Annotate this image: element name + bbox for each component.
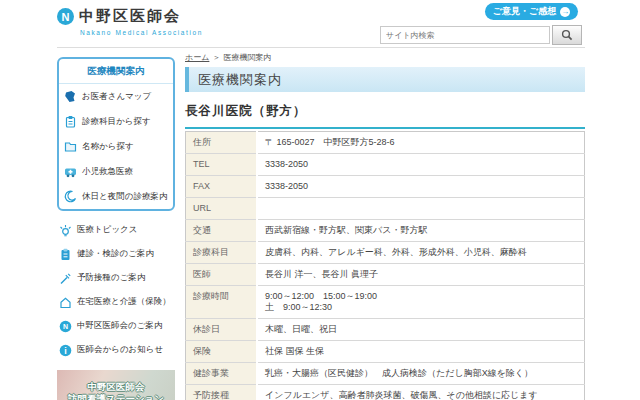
row-label: 健診事業 bbox=[186, 363, 258, 385]
table-row: 医師長谷川 洋一、長谷川 眞理子 bbox=[186, 264, 585, 286]
banner-line: 訪問看護ステーション bbox=[68, 393, 164, 400]
sidebar-menu-item-label: 名称から探す bbox=[82, 141, 134, 153]
row-value: 9:00～12:00 15:00～19:00 土 9:00～12:30 bbox=[257, 286, 585, 319]
sidebar-menu-item-label: お医者さんマップ bbox=[82, 91, 151, 103]
sidebar-link-label: 予防接種のご案内 bbox=[77, 272, 145, 284]
svg-text:i: i bbox=[64, 345, 67, 355]
clinic-info-table: 住所〒 165-0027 中野区野方5-28-6TEL3338-2050FAX3… bbox=[185, 131, 585, 400]
row-value: 3338-2050 bbox=[257, 176, 585, 198]
sidebar-menu-item-label: 休日と夜間の診療案内 bbox=[82, 191, 167, 203]
table-row: 休診日木曜、日曜、祝日 bbox=[186, 319, 585, 341]
row-label: 医師 bbox=[186, 264, 258, 286]
row-label: 交通 bbox=[186, 220, 258, 242]
row-label: 保険 bbox=[186, 341, 258, 363]
sidebar-link-1[interactable]: 健診・検診のご案内 bbox=[57, 242, 175, 266]
row-label: URL bbox=[186, 198, 258, 220]
site-subtitle: Nakano Medical Association bbox=[57, 29, 203, 36]
info-icon: i bbox=[59, 344, 72, 357]
table-row: URL bbox=[186, 198, 585, 220]
row-value: 3338-2050 bbox=[257, 154, 585, 176]
breadcrumb-home-link[interactable]: ホーム bbox=[185, 53, 209, 62]
search-button[interactable] bbox=[552, 25, 582, 45]
row-label: FAX bbox=[186, 176, 258, 198]
table-row: TEL3338-2050 bbox=[186, 154, 585, 176]
table-row: 住所〒 165-0027 中野区野方5-28-6 bbox=[186, 132, 585, 154]
sidebar-link-0[interactable]: 医療トピックス bbox=[57, 218, 175, 242]
moon-icon bbox=[64, 190, 77, 203]
page-title: 医療機関案内 bbox=[185, 67, 585, 92]
checkup-icon bbox=[59, 248, 72, 261]
table-row: 予防接種インフルエンザ、高齢者肺炎球菌、破傷風、その他相談に応じます bbox=[186, 385, 585, 400]
page: N 中野区医師会 Nakano Medical Association ご意見・… bbox=[0, 0, 640, 400]
row-value: 〒 165-0027 中野区野方5-28-6 bbox=[257, 132, 585, 154]
sidebar-menu-list: お医者さんマップ診療科目から探す名称から探す小児救急医療休日と夜間の診療案内 bbox=[59, 84, 173, 209]
sidebar-link-3[interactable]: 在宅医療と介護（保険） bbox=[57, 290, 175, 314]
breadcrumb-separator: ＞ bbox=[212, 53, 220, 62]
search-icon bbox=[561, 29, 574, 42]
syringe-icon bbox=[59, 272, 72, 285]
row-value: 乳癌・大腸癌（区民健診） 成人病検診（ただし胸部X線を除く） bbox=[257, 363, 585, 385]
sidebar-menu-item-0[interactable]: お医者さんマップ bbox=[59, 84, 173, 109]
search-input[interactable] bbox=[380, 26, 550, 44]
sidebar-menu-item-1[interactable]: 診療科目から探す bbox=[59, 109, 173, 134]
site-search bbox=[380, 25, 582, 45]
sidebar-link-5[interactable]: i医師会からのお知らせ bbox=[57, 338, 175, 362]
map-icon bbox=[64, 90, 77, 103]
row-value: インフルエンザ、高齢者肺炎球菌、破傷風、その他相談に応じます bbox=[257, 385, 585, 400]
sidebar-link-label: 医師会からのお知らせ bbox=[77, 344, 163, 356]
row-label: TEL bbox=[186, 154, 258, 176]
clinic-info-table-body: 住所〒 165-0027 中野区野方5-28-6TEL3338-2050FAX3… bbox=[186, 132, 585, 400]
sidebar-menu-item-4[interactable]: 休日と夜間の診療案内 bbox=[59, 184, 173, 209]
banner-line: 中野区医師会 bbox=[88, 381, 145, 393]
arrow-right-icon: → bbox=[560, 7, 570, 17]
sidebar-link-4[interactable]: N中野区医師会のご案内 bbox=[57, 314, 175, 338]
row-value: 社保 国保 生保 bbox=[257, 341, 585, 363]
clinic-name-heading: 長谷川医院（野方） bbox=[185, 103, 585, 129]
sidebar-link-label: 中野区医師会のご案内 bbox=[77, 320, 162, 332]
banner-visiting-nurse-station[interactable]: 中野区医師会 訪問看護ステーション bbox=[57, 370, 175, 400]
table-row: 健診事業乳癌・大腸癌（区民健診） 成人病検診（ただし胸部X線を除く） bbox=[186, 363, 585, 385]
sidebar-link-2[interactable]: 予防接種のご案内 bbox=[57, 266, 175, 290]
sidebar-menu-item-label: 診療科目から探す bbox=[82, 116, 151, 128]
breadcrumb-current: 医療機関案内 bbox=[223, 53, 271, 62]
row-label: 診療時間 bbox=[186, 286, 258, 319]
row-value bbox=[257, 198, 585, 220]
row-value: 皮膚科、内科、アレルギー科、外科、形成外科、小児科、麻酔科 bbox=[257, 242, 585, 264]
sidebar-menu-box: 医療機関案内 お医者さんマップ診療科目から探す名称から探す小児救急医療休日と夜間… bbox=[57, 57, 175, 211]
table-row: 診療時間9:00～12:00 15:00～19:00 土 9:00～12:30 bbox=[186, 286, 585, 319]
site-logo[interactable]: N 中野区医師会 Nakano Medical Association bbox=[57, 7, 203, 36]
clipboard-icon bbox=[64, 115, 77, 128]
site-title: 中野区医師会 bbox=[79, 7, 181, 26]
ambulance-icon bbox=[64, 165, 77, 178]
lightbulb-icon bbox=[59, 224, 72, 237]
table-row: 保険社保 国保 生保 bbox=[186, 341, 585, 363]
folder-icon bbox=[64, 140, 77, 153]
table-row: FAX3338-2050 bbox=[186, 176, 585, 198]
table-row: 診療科目皮膚科、内科、アレルギー科、外科、形成外科、小児科、麻酔科 bbox=[186, 242, 585, 264]
table-row: 交通西武新宿線・野方駅、関東バス・野方駅 bbox=[186, 220, 585, 242]
sidebar-menu-item-label: 小児救急医療 bbox=[82, 166, 133, 178]
sidebar-menu-item-2[interactable]: 名称から探す bbox=[59, 134, 173, 159]
row-value: 木曜、日曜、祝日 bbox=[257, 319, 585, 341]
row-value: 西武新宿線・野方駅、関東バス・野方駅 bbox=[257, 220, 585, 242]
house-icon bbox=[59, 296, 72, 309]
sidebar: 医療機関案内 お医者さんマップ診療科目から探す名称から探す小児救急医療休日と夜間… bbox=[57, 57, 175, 400]
row-label: 診療科目 bbox=[186, 242, 258, 264]
feedback-button[interactable]: ご意見・ご感想 → bbox=[485, 3, 578, 20]
sidebar-link-label: 医療トピックス bbox=[77, 224, 138, 236]
sidebar-menu-item-3[interactable]: 小児救急医療 bbox=[59, 159, 173, 184]
svg-text:N: N bbox=[63, 323, 68, 330]
sidebar-menu-title: 医療機関案内 bbox=[59, 59, 173, 84]
header-divider bbox=[57, 47, 585, 48]
sidebar-link-label: 健診・検診のご案内 bbox=[77, 248, 154, 260]
row-label: 予防接種 bbox=[186, 385, 258, 400]
breadcrumb: ホーム＞医療機関案内 bbox=[185, 52, 271, 63]
row-label: 休診日 bbox=[186, 319, 258, 341]
feedback-button-label: ご意見・ご感想 bbox=[493, 5, 556, 18]
sidebar-link-label: 在宅医療と介護（保険） bbox=[77, 296, 171, 308]
row-value: 長谷川 洋一、長谷川 眞理子 bbox=[257, 264, 585, 286]
logo-n-icon: N bbox=[57, 8, 74, 25]
sidebar-links: 医療トピックス健診・検診のご案内予防接種のご案内在宅医療と介護（保険）N中野区医… bbox=[57, 218, 175, 362]
association-logo-icon: N bbox=[59, 320, 72, 333]
row-label: 住所 bbox=[186, 132, 258, 154]
